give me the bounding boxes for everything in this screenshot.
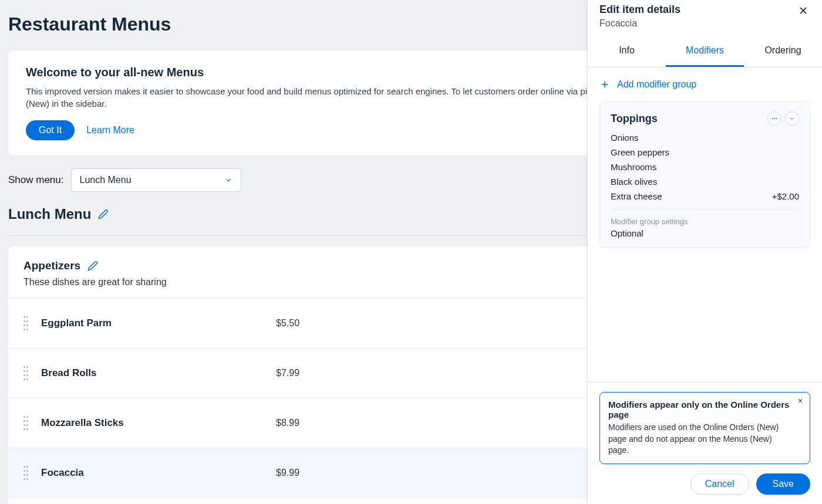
tab-info[interactable]: Info — [588, 36, 666, 67]
item-price: $7.99 — [276, 368, 452, 378]
collapse-icon[interactable] — [785, 111, 799, 126]
learn-more-link[interactable]: Learn More — [86, 125, 134, 136]
show-menu-label: Show menu: — [8, 174, 64, 186]
svg-point-6 — [772, 118, 773, 119]
page-title: Restaurant Menus — [8, 13, 171, 35]
plus-icon — [599, 79, 610, 90]
svg-point-7 — [774, 118, 775, 119]
menu-select-value: Lunch Menu — [80, 175, 132, 185]
item-name: Eggplant Parm — [41, 317, 264, 329]
modifier-option-price: +$2.00 — [772, 191, 799, 201]
modifier-option: Green peppers — [611, 147, 799, 157]
panel-subtitle: Focaccia — [599, 18, 680, 29]
modifier-option: Onions — [611, 133, 799, 143]
drag-handle-icon[interactable] — [23, 366, 29, 380]
close-icon[interactable] — [796, 4, 810, 18]
chevron-down-icon — [224, 176, 233, 184]
menu-name: Lunch Menu — [8, 206, 91, 222]
modifier-group-card: Toppings Onions Green peppers — [599, 102, 810, 248]
edit-menu-icon[interactable] — [98, 209, 109, 219]
svg-point-8 — [776, 118, 777, 119]
tab-ordering[interactable]: Ordering — [744, 36, 822, 67]
got-it-button[interactable]: Got It — [26, 120, 75, 140]
item-name: Bread Rolls — [41, 367, 264, 379]
info-banner-title: Modifiers appear only on the Online Orde… — [608, 400, 792, 420]
section-title: Appetizers — [23, 259, 80, 272]
more-icon[interactable] — [767, 111, 781, 126]
modifier-option: Black olives — [611, 177, 799, 187]
item-price: $8.99 — [276, 418, 452, 428]
modifier-group-title: Toppings — [611, 113, 658, 125]
drag-handle-icon[interactable] — [23, 416, 29, 430]
modifier-option-name: Green peppers — [611, 147, 669, 157]
modifier-option-name: Mushrooms — [611, 162, 656, 172]
modifier-option: Mushrooms — [611, 162, 799, 172]
modifier-option: Extra cheese +$2.00 — [611, 191, 799, 201]
modifier-option-name: Onions — [611, 133, 639, 143]
add-modifier-group-label: Add modifier group — [617, 79, 696, 90]
group-settings-value: Optional — [611, 228, 799, 238]
tab-modifiers[interactable]: Modifiers — [666, 36, 744, 67]
modifier-option-name: Black olives — [611, 177, 657, 187]
close-banner-icon[interactable] — [797, 397, 804, 404]
drag-handle-icon[interactable] — [23, 316, 29, 330]
cancel-button[interactable]: Cancel — [690, 473, 749, 495]
edit-section-icon[interactable] — [87, 261, 98, 271]
modifier-option-name: Extra cheese — [611, 191, 662, 201]
item-name: Focaccia — [41, 467, 264, 479]
item-price: $5.50 — [276, 318, 452, 329]
info-banner: Modifiers appear only on the Online Orde… — [599, 392, 810, 464]
drag-handle-icon[interactable] — [23, 466, 29, 480]
info-banner-text: Modifiers are used on the Online Orders … — [608, 422, 792, 456]
save-button[interactable]: Save — [756, 473, 810, 495]
group-settings-label: Modifier group settings — [611, 217, 799, 226]
item-price: $9.99 — [276, 468, 452, 478]
add-modifier-group-button[interactable]: Add modifier group — [599, 79, 810, 90]
edit-item-panel: Edit item details Focaccia Info Modifier… — [587, 0, 822, 504]
item-name: Mozzarella Sticks — [41, 417, 264, 429]
panel-title: Edit item details — [599, 4, 680, 16]
menu-select[interactable]: Lunch Menu — [71, 168, 241, 192]
